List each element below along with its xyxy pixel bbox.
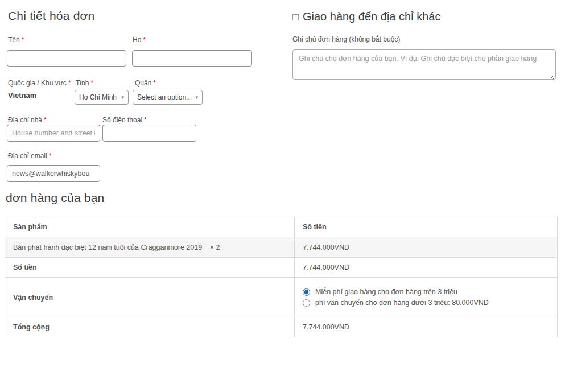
- address-input[interactable]: [7, 125, 100, 142]
- subtotal-row: Số tiền 7.744.000VND: [5, 258, 558, 278]
- country-value: Vietnam: [8, 91, 36, 100]
- required-asterisk: *: [68, 79, 71, 87]
- shipping-label: Vận chuyển: [5, 278, 295, 317]
- product-quantity: × 2: [210, 244, 220, 251]
- shipping-option-fee[interactable]: phí vân chuyển cho đơn hàng dưới 3 triệu…: [303, 299, 549, 307]
- shipping-option-free[interactable]: Miễn phí giao hàng cho đơn hàng trên 3 t…: [303, 288, 549, 296]
- total-amount: 7.744.000VND: [295, 317, 558, 337]
- billing-title: Chi tiết hóa đơn: [8, 9, 94, 23]
- required-asterisk: *: [44, 116, 47, 124]
- radio-unselected-icon[interactable]: [303, 299, 310, 307]
- email-label: Địa chỉ email*: [8, 150, 51, 160]
- shipping-row: Vận chuyển Miễn phí giao hàng cho đơn hà…: [5, 278, 558, 317]
- phone-input[interactable]: [102, 125, 196, 142]
- subtotal-label: Số tiền: [5, 258, 295, 278]
- district-label: Quận*: [135, 77, 156, 88]
- ship-to-different-label[interactable]: Giao hàng đến địa chỉ khác: [303, 10, 440, 23]
- required-asterisk: *: [144, 116, 147, 124]
- required-asterisk: *: [22, 36, 24, 44]
- required-asterisk: *: [49, 152, 52, 160]
- phone-label: Số điện thoại*: [102, 114, 147, 125]
- country-label: Quốc gia / Khu vực*: [8, 77, 71, 88]
- order-notes-label: Ghi chú đơn hàng (không bắt buộc): [292, 35, 400, 43]
- order-table: Sản phẩm Số tiền Bản phát hành đặc biệt …: [5, 217, 558, 337]
- email-input[interactable]: [7, 165, 100, 182]
- required-asterisk: *: [153, 79, 156, 87]
- product-row: Bản phát hành đặc biệt 12 năm tuổi của C…: [5, 237, 558, 258]
- ship-to-different-checkbox[interactable]: [292, 14, 299, 20]
- shipping-options-cell: Miễn phí giao hàng cho đơn hàng trên 3 t…: [295, 278, 558, 317]
- first-name-label: Tên*: [8, 34, 24, 44]
- first-name-input[interactable]: [7, 50, 126, 67]
- checkout-page: Chi tiết hóa đơn Tên* Họ* Quốc gia / Khu…: [0, 0, 569, 392]
- order-title: đơn hàng của bạn: [6, 191, 104, 205]
- product-amount: 7.744.000VND: [295, 237, 558, 258]
- district-select-value: Select an option...: [137, 93, 192, 101]
- required-asterisk: *: [90, 79, 93, 87]
- district-select[interactable]: Select an option... ▾: [133, 90, 203, 105]
- order-table-header-row: Sản phẩm Số tiền: [5, 217, 558, 237]
- total-label: Tổng cộng: [5, 317, 295, 337]
- product-name: Bản phát hành đặc biệt 12 năm tuổi của C…: [13, 244, 202, 251]
- chevron-down-icon: ▾: [121, 94, 124, 100]
- amount-column-header: Số tiền: [295, 217, 558, 237]
- province-select[interactable]: Ho Chi Minh ▾: [75, 90, 129, 105]
- required-asterisk: *: [143, 36, 146, 44]
- product-column-header: Sản phẩm: [5, 217, 295, 237]
- address-label: Địa chỉ nhà*: [8, 114, 47, 125]
- chevron-down-icon: ▾: [195, 94, 198, 100]
- subtotal-amount: 7.744.000VND: [295, 258, 558, 278]
- order-notes-textarea[interactable]: [292, 49, 556, 80]
- last-name-input[interactable]: [132, 50, 252, 67]
- province-label: Tỉnh*: [76, 77, 93, 88]
- total-row: Tổng cộng 7.744.000VND: [5, 317, 558, 337]
- radio-selected-icon[interactable]: [303, 288, 310, 296]
- product-cell: Bản phát hành đặc biệt 12 năm tuổi của C…: [5, 237, 295, 258]
- last-name-label: Họ*: [133, 34, 146, 44]
- province-select-value: Ho Chi Minh: [79, 93, 117, 101]
